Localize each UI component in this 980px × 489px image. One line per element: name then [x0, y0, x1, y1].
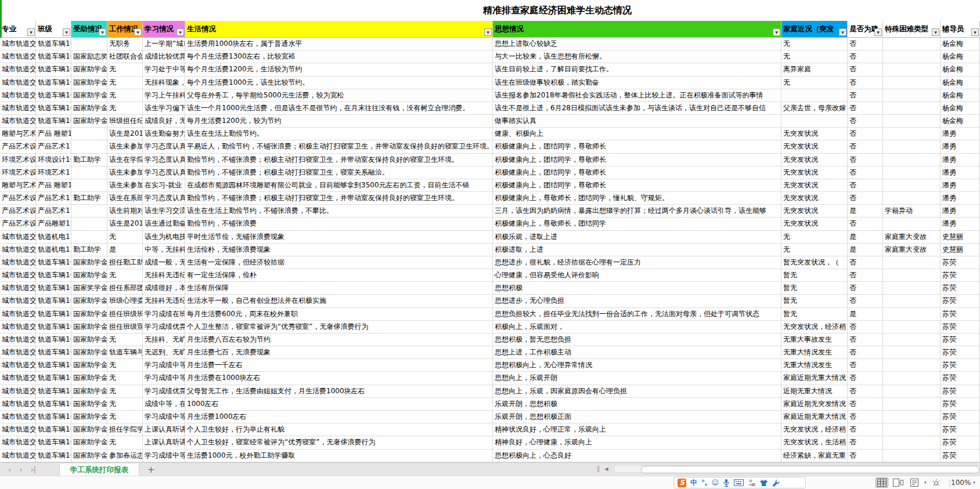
cell[interactable]: 该生未参加 [107, 166, 143, 179]
cell[interactable]: 潘勇 [941, 192, 980, 205]
cell[interactable]: 乐观开朗，思想积极 [493, 398, 781, 411]
cell[interactable]: 家庭近期无重大情况 [781, 372, 848, 385]
cell[interactable]: 史慧丽 [941, 231, 980, 244]
cell[interactable]: 父亲去世，母亲改嫁 [781, 102, 848, 115]
cell[interactable]: 每月生活费600元，周末在校外兼职 [185, 308, 493, 321]
cell[interactable]: 社团联合会 [107, 50, 143, 63]
cell[interactable]: 杨金梅 [941, 50, 980, 63]
cell[interactable]: 离异家庭 [781, 63, 848, 76]
cell[interactable]: 雕塑与艺术设计 [0, 128, 36, 140]
cell[interactable]: 国家助学金 [71, 385, 107, 398]
cell[interactable]: 该生在班级做事较积极，踏实勤奋 [493, 77, 781, 89]
cell[interactable]: 否 [848, 282, 883, 295]
cell[interactable]: 班级心理委 [107, 295, 143, 307]
cell[interactable]: 家庭近期无重大情况 [781, 411, 848, 423]
cell[interactable]: 无 [107, 102, 143, 115]
cell[interactable]: 轨道车辆16 [36, 385, 71, 398]
cell[interactable]: 月生活费七百，无浪费现象 [185, 346, 493, 359]
cell[interactable] [71, 128, 107, 140]
cell[interactable]: 国家助学金 [71, 77, 107, 89]
cell[interactable]: 月生活费1000左右 [185, 411, 493, 423]
cell[interactable]: 无 [107, 89, 143, 102]
cell[interactable]: 产品艺术设计 [0, 140, 36, 153]
cell[interactable]: 生活有一定保障，但经济较拮据 [185, 256, 493, 269]
cell[interactable] [71, 179, 107, 192]
cell[interactable] [883, 450, 941, 462]
cell[interactable] [883, 128, 941, 140]
cell[interactable]: 平时生活节俭，无铺张浪费现象 [185, 231, 493, 244]
cell[interactable]: 潘勇 [941, 179, 980, 192]
cell[interactable]: 城市轨道交通 [0, 244, 36, 256]
cell[interactable]: 苏荧 [941, 359, 980, 372]
cell[interactable]: 每个月生活费1200元，生活较为节约 [185, 63, 493, 76]
cell[interactable]: 国家助学金 [71, 115, 107, 128]
cell[interactable] [883, 436, 941, 449]
cell[interactable] [71, 140, 107, 153]
cell[interactable]: 暂无 [781, 269, 848, 282]
cell[interactable] [883, 140, 941, 153]
cell[interactable]: 否 [848, 385, 883, 398]
cell[interactable]: 城市轨道交通 [0, 411, 36, 423]
zoom-level[interactable]: 100% [951, 479, 971, 487]
cell[interactable] [883, 411, 941, 423]
cell[interactable]: 担任勤工助 [107, 256, 143, 269]
cell[interactable]: 环境设计16 [36, 154, 71, 166]
eye-protection-icon[interactable] [930, 477, 943, 488]
cell[interactable]: 轨道车辆与 [107, 346, 143, 359]
wrench-icon[interactable] [772, 479, 780, 487]
cell[interactable]: 无突发状况，生活稍 [781, 436, 848, 449]
cell[interactable]: 苏荧 [941, 346, 980, 359]
cell[interactable]: 乐观开朗，思想积极正面 [493, 411, 781, 423]
cell[interactable]: 城市轨道交通 [0, 50, 36, 63]
cell[interactable]: 轨道车辆16 [36, 411, 71, 423]
cell[interactable]: 城市轨道交通 [0, 63, 36, 76]
cell[interactable]: 积极健康向上，团结同学，尊敬师长 [493, 166, 781, 179]
cell[interactable] [883, 218, 941, 230]
microphone-icon[interactable] [723, 479, 730, 487]
cell[interactable]: 轨道车辆16 [36, 295, 71, 307]
cell[interactable]: 轨道车辆16 [36, 256, 71, 269]
cell[interactable]: 经济紧缺，家庭无重 [781, 450, 848, 462]
column-header[interactable]: 专业▼ [0, 21, 36, 38]
cell[interactable] [883, 166, 941, 179]
cell[interactable]: 否 [848, 295, 883, 307]
cell[interactable]: 城市轨道交通 [0, 450, 36, 462]
cell[interactable]: 否 [848, 334, 883, 346]
cell[interactable] [883, 334, 941, 346]
cell[interactable]: 思想上进取心较缺乏 [493, 38, 781, 50]
cell[interactable] [71, 166, 107, 179]
cell[interactable]: 无挂科现象， [143, 77, 185, 89]
column-header[interactable]: 家庭近况（突发▼ [781, 21, 848, 38]
cell[interactable]: 该生不是很上进，6月28日模拟面试该生未参加，与该生谈话，该生对自己还是不够自信 [493, 102, 781, 115]
cell[interactable]: 无突发状况，经济稍 [781, 321, 848, 334]
cell[interactable]: 国家助学金 [71, 450, 107, 462]
cell[interactable]: 杨金梅 [941, 77, 980, 89]
cell[interactable]: 轨道车辆16 [36, 102, 71, 115]
cell[interactable]: 国家助学金 [71, 89, 107, 102]
filter-dropdown-icon[interactable]: ▼ [773, 28, 780, 36]
cell[interactable]: 否 [848, 115, 883, 128]
cell[interactable]: 苏荧 [941, 321, 980, 334]
cell[interactable] [883, 115, 941, 128]
cell[interactable]: 潘勇 [941, 205, 980, 218]
cell[interactable]: 该生目前较上进，了解目前要找工作。 [493, 63, 781, 76]
cell[interactable]: 生活有所保障 [185, 282, 493, 295]
cell[interactable]: 无挂科无违纪 [143, 295, 185, 307]
cell[interactable]: 做事踏实认真 [493, 115, 781, 128]
column-header[interactable]: 特殊困难类型▼ [883, 21, 941, 38]
cell[interactable]: 无 [781, 38, 848, 50]
filter-dropdown-icon[interactable]: ▼ [932, 28, 939, 36]
cell[interactable]: 心理健康，但容易受他人评价影响 [493, 269, 781, 282]
cell[interactable]: 苏荧 [941, 269, 980, 282]
cell[interactable]: 否 [848, 321, 883, 334]
cell[interactable]: 无 [107, 77, 143, 89]
cell[interactable]: 否 [848, 359, 883, 372]
cell[interactable]: 城市轨道交通 [0, 346, 36, 359]
cell[interactable]: 无职务 [107, 38, 143, 50]
cell[interactable]: 城市轨道交通 [0, 372, 36, 385]
first-sheet-icon[interactable]: ‹ [8, 463, 11, 476]
cell[interactable]: 思想负担较大，担任毕业无法找到一份合适的工作，无法面对母亲，但处于可调节状态 [493, 308, 781, 321]
cell[interactable] [71, 205, 107, 218]
cell[interactable]: 成绩良好，无 [143, 115, 185, 128]
cell[interactable]: 生活俭朴，无铺张浪费现象 [185, 244, 493, 256]
